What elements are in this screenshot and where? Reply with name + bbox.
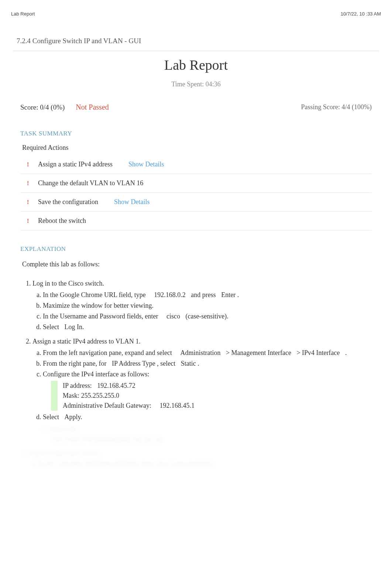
config-label: IP address: bbox=[63, 382, 92, 389]
button-name: Log In bbox=[64, 323, 82, 331]
config-value: 255.255.255.0 bbox=[81, 392, 120, 399]
text: From the left navigation pane, expand an… bbox=[43, 349, 172, 356]
action-item: ! Assign a static IPv4 address Show Deta… bbox=[20, 155, 372, 174]
required-actions-label: Required Actions bbox=[13, 144, 379, 152]
text: Configure the IPv4 interface as follows: bbox=[43, 370, 149, 378]
page-header-bar: Lab Report 10/7/22, 10 :33 AM bbox=[0, 0, 392, 20]
score-row: Score: 0/4 (0%) Not Passed Passing Score… bbox=[13, 103, 379, 111]
action-item: ! Change the default VLAN to VLAN 16 bbox=[20, 174, 372, 193]
exclamation-icon: ! bbox=[27, 161, 31, 168]
step-1b: Maximize the window for better viewing. bbox=[43, 301, 370, 311]
text: In the Google Chrome URL field, type bbox=[43, 291, 146, 299]
text: . bbox=[237, 291, 239, 299]
config-label: Mask: bbox=[63, 392, 79, 399]
ip-value: 192.168.0.2 bbox=[154, 291, 186, 299]
config-ip: IP address: 192.168.45.72 bbox=[63, 381, 370, 391]
text: . bbox=[82, 323, 84, 331]
config-value: 192.168.45.1 bbox=[159, 402, 195, 409]
explanation-intro: Complete this lab as follows: bbox=[22, 259, 370, 269]
highlight-bar bbox=[51, 381, 58, 411]
key-name: Enter bbox=[221, 291, 235, 299]
text: From the right pane, for bbox=[43, 360, 106, 367]
field-value: Static bbox=[181, 360, 196, 367]
step-2c: Configure the IPv4 interface as follows:… bbox=[43, 369, 370, 411]
passing-score: Passing Score: 4/4 (100%) bbox=[301, 103, 372, 111]
action-item: ! Reboot the switch bbox=[20, 212, 372, 231]
action-text: Change the default VLAN to VLAN 16 bbox=[38, 179, 143, 187]
step-2b: From the right pane, for IP Address Type… bbox=[43, 359, 370, 369]
text: . bbox=[80, 413, 82, 421]
header-right-timestamp: 10/7/22, 10 :33 AM bbox=[341, 11, 381, 17]
task-summary-header: TASK SUMMARY bbox=[13, 130, 379, 137]
config-mask: Mask: 255.255.255.0 bbox=[63, 391, 370, 401]
faded-preview: e. Select OK . The switch will automatic… bbox=[32, 424, 370, 444]
content-wrapper: 7.2.4 Configure Switch IP and VLAN - GUI… bbox=[0, 20, 392, 480]
text: Select bbox=[43, 323, 59, 331]
score-label: Score: 0/4 (0%) bbox=[20, 103, 65, 111]
step-2: Assign a static IPv4 address to VLAN 1. … bbox=[32, 337, 370, 444]
text: , select bbox=[157, 360, 175, 367]
action-text: Save the configuration bbox=[38, 198, 98, 206]
exclamation-icon: ! bbox=[27, 199, 31, 206]
step-1: Log in to the Cisco switch. In the Googl… bbox=[32, 279, 370, 332]
faded-line: The switch will automatically log you ou… bbox=[32, 434, 370, 444]
time-spent: Time Spent: 04:36 bbox=[13, 80, 379, 88]
action-item: ! Save the configuration Show Details bbox=[20, 193, 372, 212]
explanation-body: Complete this lab as follows: Log in to … bbox=[13, 259, 379, 469]
step-1c: In the Username and Password fields, ent… bbox=[43, 311, 370, 321]
text: . bbox=[197, 360, 199, 367]
explanation-header: EXPLANATION bbox=[13, 245, 379, 253]
step-2-title: Assign a static IPv4 address to VLAN 1. bbox=[32, 338, 141, 345]
step-1-substeps: In the Google Chrome URL field, type 192… bbox=[32, 290, 370, 332]
action-text: Reboot the switch bbox=[38, 217, 86, 225]
config-label: Administrative Default Gateway: bbox=[63, 402, 151, 409]
faded-line: e. Select OK . bbox=[32, 424, 370, 434]
text: (case-sensitive). bbox=[185, 313, 228, 320]
action-list: ! Assign a static IPv4 address Show Deta… bbox=[13, 155, 379, 231]
steps-list: Log in to the Cisco switch. In the Googl… bbox=[22, 279, 370, 444]
nav-path: > IPv4 Interface bbox=[296, 349, 340, 356]
faded-line: a. In the Username and Password fields, … bbox=[22, 459, 370, 469]
text: In the Username and Password fields, ent… bbox=[43, 313, 158, 320]
step-1a: In the Google Chrome URL field, type 192… bbox=[43, 290, 370, 300]
text: . bbox=[345, 349, 347, 356]
config-block: IP address: 192.168.45.72 Mask: 255.255.… bbox=[43, 381, 370, 411]
credential-value: cisco bbox=[166, 313, 180, 320]
show-details-link[interactable]: Show Details bbox=[128, 161, 164, 168]
step-1d: Select Log In. bbox=[43, 322, 370, 332]
text: Select bbox=[43, 413, 59, 421]
status-badge: Not Passed bbox=[76, 103, 109, 111]
nav-path: > Management Interface bbox=[226, 349, 291, 356]
field-name: IP Address Type bbox=[112, 360, 155, 367]
show-details-link[interactable]: Show Details bbox=[114, 198, 150, 206]
breadcrumb: 7.2.4 Configure Switch IP and VLAN - GUI bbox=[13, 31, 379, 51]
config-gateway: Administrative Default Gateway: 192.168.… bbox=[63, 401, 370, 411]
step-2d: Select Apply. bbox=[43, 412, 370, 422]
button-name: Apply bbox=[64, 413, 80, 421]
text: and press bbox=[191, 291, 216, 299]
faded-line: 3. Log in to the Cisco switch. bbox=[22, 449, 370, 459]
nav-path: Administration bbox=[180, 349, 220, 356]
step-1-title: Log in to the Cisco switch. bbox=[32, 280, 104, 287]
header-left: Lab Report bbox=[11, 11, 35, 17]
score-left: Score: 0/4 (0%) Not Passed bbox=[20, 103, 109, 111]
action-text: Assign a static IPv4 address bbox=[38, 161, 113, 168]
config-value: 192.168.45.72 bbox=[97, 382, 135, 389]
exclamation-icon: ! bbox=[27, 180, 31, 187]
exclamation-icon: ! bbox=[27, 218, 31, 224]
step-2-substeps: From the left navigation pane, expand an… bbox=[32, 348, 370, 422]
faded-preview-bottom: 3. Log in to the Cisco switch. a. In the… bbox=[22, 449, 370, 469]
step-2a: From the left navigation pane, expand an… bbox=[43, 348, 370, 358]
page-title: Lab Report bbox=[13, 57, 379, 73]
